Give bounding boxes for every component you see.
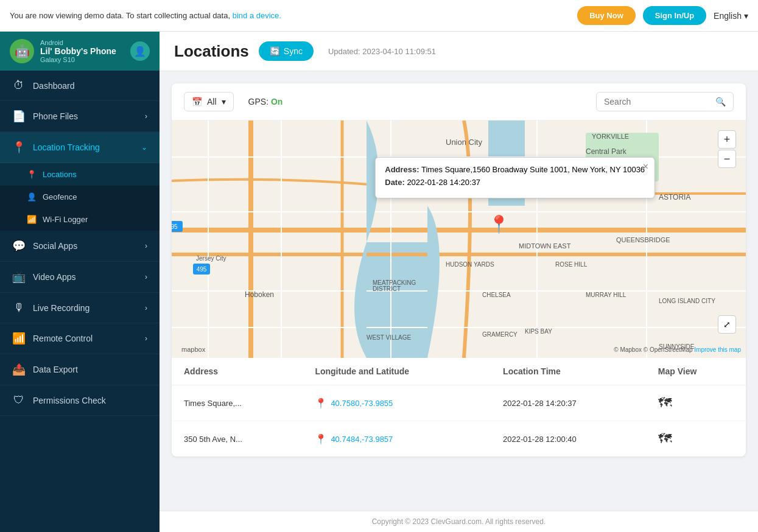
map-view-icon-2[interactable]: 🗺	[658, 431, 672, 446]
demo-text: You are now viewing demo data. To start …	[10, 11, 230, 20]
svg-text:495: 495	[197, 266, 207, 273]
col-map-view: Map View	[646, 358, 746, 385]
sync-label: Sync	[284, 46, 303, 56]
map-popup: × Address: Times Square,1560 Broadway Su…	[374, 157, 655, 198]
row2-coords-link[interactable]: 📍 40.7484,-73.9857	[315, 433, 479, 445]
phone-files-icon: 📄	[12, 110, 26, 123]
sidebar-label-live-recording: Live Recording	[33, 303, 89, 313]
sidebar-item-remote-control[interactable]: 📶 Remote Control ›	[0, 323, 160, 354]
sidebar-label-location-tracking: Location Tracking	[33, 142, 100, 152]
chevron-right-icon: ›	[145, 242, 147, 250]
chevron-right-icon: ›	[145, 273, 147, 281]
table-row: 350 5th Ave, N... 📍 40.7484,-73.9857 202…	[172, 421, 746, 457]
sidebar-item-geofence[interactable]: 👤 Geofence	[0, 186, 160, 208]
main-layout: 🤖 Android Lil' Bobby's Phone Galaxy S10 …	[0, 32, 758, 532]
fullscreen-button[interactable]: ⤢	[718, 315, 736, 334]
sidebar-label-permissions-check: Permissions Check	[33, 396, 106, 405]
location-pin-icon: 📍	[315, 397, 327, 409]
device-info: Android Lil' Bobby's Phone Galaxy S10	[40, 39, 116, 63]
remote-control-icon: 📶	[12, 332, 26, 345]
search-input[interactable]	[604, 97, 711, 107]
sidebar-item-phone-files[interactable]: 📄 Phone Files ›	[0, 101, 160, 132]
sidebar-item-video-apps[interactable]: 📺 Video Apps ›	[0, 262, 160, 293]
sidebar-item-wifi-logger[interactable]: 📶 Wi-Fi Logger	[0, 208, 160, 231]
sidebar-item-data-export[interactable]: 📤 Data Export	[0, 354, 160, 385]
svg-text:MIDTOWN EAST: MIDTOWN EAST	[519, 242, 571, 250]
locations-dot-icon: 📍	[27, 170, 37, 179]
svg-text:KIPS BAY: KIPS BAY	[525, 328, 552, 335]
locations-table: Address Longitude and Latitude Location …	[172, 358, 746, 457]
demo-notice: You are now viewing demo data. To start …	[10, 11, 570, 20]
svg-text:GRAMERCY: GRAMERCY	[482, 331, 518, 338]
gps-on-value: On	[271, 97, 282, 107]
date-filter[interactable]: 📅 All ▾	[184, 92, 234, 111]
map-location-pin: 📍	[488, 214, 510, 234]
map-attribution: © Mapbox © OpenStreetMap Improve this ma…	[614, 346, 741, 353]
sidebar-label-phone-files: Phone Files	[33, 111, 78, 121]
sidebar-sub-location-tracking: 📍 Locations 👤 Geofence 📶 Wi-Fi Logger	[0, 163, 160, 231]
popup-address: Address: Times Square,1560 Broadway Suit…	[385, 165, 645, 174]
gps-status: GPS: On	[248, 97, 283, 107]
sidebar-item-permissions-check[interactable]: 🛡 Permissions Check	[0, 385, 160, 416]
svg-text:HUDSON YARDS: HUDSON YARDS	[446, 261, 494, 268]
device-os: Android	[40, 39, 116, 46]
row1-coords: 📍 40.7580,-73.9855	[303, 385, 491, 421]
zoom-out-button[interactable]: −	[718, 150, 736, 168]
wifi-icon: 📶	[27, 215, 37, 224]
col-coords: Longitude and Latitude	[303, 358, 491, 385]
location-tracking-icon: 📍	[12, 141, 26, 154]
attribution-text: © Mapbox © OpenStreetMap	[614, 346, 692, 353]
updated-timestamp: Updated: 2023-04-10 11:09:51	[328, 47, 436, 56]
live-recording-icon: 🎙	[12, 301, 26, 314]
chevron-down-icon: ▾	[222, 97, 226, 107]
sidebar-item-live-recording[interactable]: 🎙 Live Recording ›	[0, 293, 160, 323]
sidebar-item-locations[interactable]: 📍 Locations	[0, 163, 160, 186]
permissions-icon: 🛡	[12, 394, 26, 407]
sidebar-item-social-apps[interactable]: 💬 Social Apps ›	[0, 231, 160, 262]
page-title: Locations	[174, 42, 249, 61]
device-model: Galaxy S10	[40, 56, 116, 63]
location-pin-icon: 📍	[315, 433, 327, 445]
svg-text:DISTRICT: DISTRICT	[373, 285, 401, 292]
language-label: English	[714, 11, 742, 21]
language-selector[interactable]: English ▾	[714, 11, 748, 21]
account-icon[interactable]: 👤	[130, 41, 150, 61]
footer-text: Copyright © 2023 ClevGuard.com. All righ…	[372, 517, 546, 526]
svg-text:Jersey City: Jersey City	[196, 255, 226, 262]
footer: Copyright © 2023 ClevGuard.com. All righ…	[160, 511, 758, 532]
chevron-right-icon: ›	[145, 112, 147, 121]
popup-close-button[interactable]: ×	[643, 161, 648, 172]
row1-address: Times Square,...	[172, 385, 303, 421]
row1-coords-link[interactable]: 📍 40.7580,-73.9855	[315, 397, 479, 409]
device-avatar: 🤖	[10, 39, 34, 63]
sign-in-button[interactable]: Sign In/Up	[643, 6, 706, 25]
svg-rect-1	[172, 121, 367, 358]
sidebar-item-dashboard[interactable]: ⏱ Dashboard	[0, 71, 160, 101]
row2-coords-value: 40.7484,-73.9857	[331, 435, 393, 444]
bind-device-link[interactable]: bind a device.	[233, 11, 281, 20]
map-view-icon-1[interactable]: 🗺	[658, 395, 672, 410]
row2-coords: 📍 40.7484,-73.9857	[303, 421, 491, 457]
sidebar-item-location-tracking[interactable]: 📍 Location Tracking ⌄	[0, 132, 160, 163]
map-container: Union City Central Park YORKVILLE LINCOL…	[172, 121, 746, 358]
locations-card: 📅 All ▾ GPS: On 🔍	[172, 83, 746, 457]
sidebar-label-wifi-logger: Wi-Fi Logger	[43, 215, 88, 224]
table-header-row: Address Longitude and Latitude Location …	[172, 358, 746, 385]
buy-now-button[interactable]: Buy Now	[577, 6, 636, 25]
main-content: Locations 🔄 Sync Updated: 2023-04-10 11:…	[160, 32, 758, 532]
svg-text:LONG ISLAND CITY: LONG ISLAND CITY	[659, 298, 715, 304]
sync-button[interactable]: 🔄 Sync	[259, 41, 314, 61]
row1-map-view: 🗺	[646, 385, 746, 421]
svg-text:CHELSEA: CHELSEA	[482, 292, 511, 298]
content-header: Locations 🔄 Sync Updated: 2023-04-10 11:…	[160, 32, 758, 71]
sync-icon: 🔄	[270, 46, 280, 56]
chevron-down-icon: ▾	[744, 11, 748, 21]
svg-text:ROSE HILL: ROSE HILL	[555, 261, 588, 268]
row2-time: 2022-01-28 12:00:40	[491, 421, 646, 457]
social-apps-icon: 💬	[12, 239, 26, 253]
improve-map-link[interactable]: Improve this map	[694, 346, 741, 353]
search-box[interactable]: 🔍	[596, 92, 734, 111]
col-time: Location Time	[491, 358, 646, 385]
content-body: 📅 All ▾ GPS: On 🔍	[160, 71, 758, 511]
zoom-in-button[interactable]: +	[718, 130, 736, 149]
